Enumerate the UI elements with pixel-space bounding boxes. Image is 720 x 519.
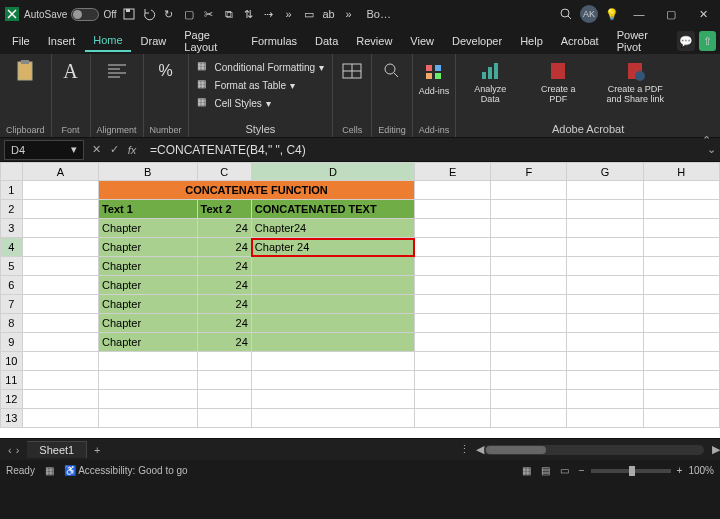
font-icon[interactable]: A <box>58 58 84 84</box>
tab-help[interactable]: Help <box>512 31 551 51</box>
status-ready: Ready <box>6 465 35 476</box>
tab-view[interactable]: View <box>402 31 442 51</box>
share-button[interactable]: ⇧ <box>699 31 716 51</box>
view-page-icon[interactable]: ▤ <box>541 465 550 476</box>
format-as-table-button[interactable]: ▦Format as Table ▾ <box>197 76 325 94</box>
tab-draw[interactable]: Draw <box>133 31 175 51</box>
select-all-corner[interactable] <box>1 163 23 181</box>
comments-button[interactable]: 💬 <box>677 31 694 51</box>
collapse-ribbon-icon[interactable]: ⌃ <box>698 134 714 146</box>
clipboard-icon[interactable] <box>12 58 38 84</box>
minimize-button[interactable]: — <box>626 4 652 24</box>
save-icon[interactable] <box>121 6 137 22</box>
tab-data[interactable]: Data <box>307 31 346 51</box>
tab-insert[interactable]: Insert <box>40 31 84 51</box>
fx-icon[interactable]: fx <box>124 142 140 158</box>
table-row: 5Chapter24 <box>1 257 720 276</box>
more-qat-icon[interactable]: » <box>281 6 297 22</box>
sheet-tab[interactable]: Sheet1 <box>27 441 87 458</box>
copy-icon[interactable]: ⧉ <box>221 6 237 22</box>
alignment-icon[interactable] <box>104 58 130 84</box>
number-icon[interactable]: % <box>153 58 179 84</box>
svg-point-25 <box>635 71 645 81</box>
table-row: 9Chapter24 <box>1 333 720 352</box>
cond-format-icon: ▦ <box>197 60 211 74</box>
worksheet[interactable]: ABC DEFGH 1CONCATENATE FUNCTION 2Text 1T… <box>0 162 720 438</box>
zoom-out-icon[interactable]: − <box>579 465 585 476</box>
tab-power-pivot[interactable]: Power Pivot <box>609 25 671 57</box>
tab-options-icon[interactable]: ⋮ <box>459 443 470 456</box>
active-cell[interactable]: Chapter 24 <box>251 238 414 257</box>
chevron-down-icon: ▾ <box>266 98 271 109</box>
strike-icon[interactable]: ab <box>321 6 337 22</box>
maximize-button[interactable]: ▢ <box>658 4 684 24</box>
chevron-down-icon: ▾ <box>319 62 324 73</box>
analyze-data-button[interactable]: Analyze Data <box>464 58 516 104</box>
accept-formula-icon[interactable]: ✓ <box>106 142 122 158</box>
create-pdf-button[interactable]: Create a PDF <box>532 58 584 104</box>
chevron-down-icon: ▾ <box>290 80 295 91</box>
tab-formulas[interactable]: Formulas <box>243 31 305 51</box>
cell-styles-button[interactable]: ▦Cell Styles ▾ <box>197 94 325 112</box>
overflow-icon[interactable]: » <box>341 6 357 22</box>
lightbulb-icon[interactable]: 💡 <box>604 6 620 22</box>
status-bar: Ready ▦ ♿ Accessibility: Good to go ▦ ▤ … <box>0 460 720 481</box>
sort-icon[interactable]: ⇅ <box>241 6 257 22</box>
editing-icon[interactable] <box>379 58 405 84</box>
page-icon[interactable]: ▭ <box>301 6 317 22</box>
formula-input[interactable]: =CONCATENATE(B4," ", C4) <box>144 140 702 160</box>
styles-label: Styles <box>197 123 325 135</box>
group-styles: ▦Conditional Formatting ▾ ▦Format as Tab… <box>189 54 334 137</box>
tab-developer[interactable]: Developer <box>444 31 510 51</box>
conditional-formatting-button[interactable]: ▦Conditional Formatting ▾ <box>197 58 325 76</box>
cut-icon[interactable]: ✂ <box>201 6 217 22</box>
zoom-in-icon[interactable]: + <box>677 465 683 476</box>
group-cells: Cells <box>333 54 372 137</box>
tab-acrobat[interactable]: Acrobat <box>553 31 607 51</box>
doc-title: Bo… <box>367 8 391 20</box>
horizontal-scrollbar[interactable] <box>484 445 704 455</box>
zoom-slider[interactable] <box>591 469 671 473</box>
svg-rect-2 <box>126 9 130 12</box>
search-icon[interactable] <box>558 6 574 22</box>
tab-file[interactable]: File <box>4 31 38 51</box>
cells-icon[interactable] <box>339 58 365 84</box>
addins-icon[interactable] <box>421 58 447 84</box>
link-icon[interactable]: ⇢ <box>261 6 277 22</box>
table-row: 4Chapter24Chapter 24 <box>1 238 720 257</box>
add-sheet-button[interactable]: + <box>87 444 107 456</box>
scroll-left-icon[interactable]: ◀ <box>476 443 484 456</box>
scroll-right-icon[interactable]: ▶ <box>712 443 720 456</box>
undo-icon[interactable] <box>141 6 157 22</box>
close-button[interactable]: ✕ <box>690 4 716 24</box>
cancel-formula-icon[interactable]: ✕ <box>88 142 104 158</box>
accessibility-status[interactable]: ♿ Accessibility: Good to go <box>64 465 188 476</box>
macro-icon[interactable]: ▦ <box>45 465 54 476</box>
zoom-control[interactable]: − + 100% <box>579 465 714 476</box>
view-break-icon[interactable]: ▭ <box>560 465 569 476</box>
chevron-down-icon[interactable]: ▾ <box>71 143 77 156</box>
name-box[interactable]: D4▾ <box>4 140 84 160</box>
view-normal-icon[interactable]: ▦ <box>522 465 531 476</box>
ribbon-tabs: File Insert Home Draw Page Layout Formul… <box>0 28 720 54</box>
tab-page-layout[interactable]: Page Layout <box>176 25 241 57</box>
autosave-toggle[interactable]: AutoSave Off <box>24 8 117 21</box>
group-font: A Font <box>52 54 91 137</box>
svg-line-15 <box>394 73 398 77</box>
editing-label: Editing <box>378 125 406 135</box>
cell-styles-icon: ▦ <box>197 96 211 110</box>
zoom-value[interactable]: 100% <box>688 465 714 476</box>
pdf-share-button[interactable]: Create a PDF and Share link <box>600 58 670 104</box>
table-row: 10 <box>1 352 720 371</box>
tab-review[interactable]: Review <box>348 31 400 51</box>
avatar[interactable]: AK <box>580 5 598 23</box>
tab-home[interactable]: Home <box>85 30 130 52</box>
prev-sheet-icon[interactable]: ‹ <box>8 444 12 456</box>
next-sheet-icon[interactable]: › <box>16 444 20 456</box>
svg-line-4 <box>568 16 571 19</box>
cells-label: Cells <box>342 125 362 135</box>
redo-icon[interactable]: ↻ <box>161 6 177 22</box>
new-file-icon[interactable]: ▢ <box>181 6 197 22</box>
title-cell[interactable]: CONCATENATE FUNCTION <box>98 181 414 200</box>
column-headers[interactable]: ABC DEFGH <box>1 163 720 181</box>
